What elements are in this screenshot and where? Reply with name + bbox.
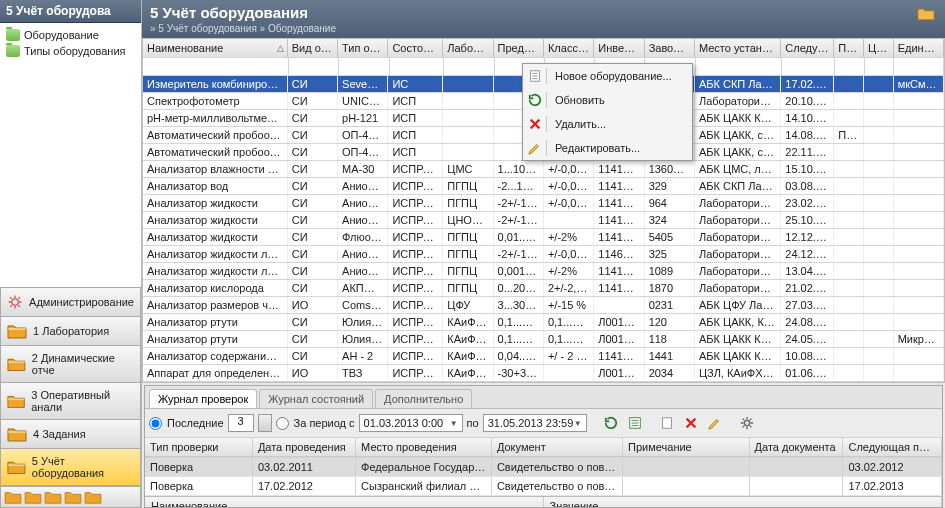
table-row[interactable]: Анализатор жидкостиСИАнион-4151ИСПРАВНОЦ… [143,212,944,229]
cell: КАиФХЛ [443,348,493,364]
cell: Автоматический пробоотборник воздуха [143,127,288,143]
radio-last[interactable]: Последние [149,417,224,430]
filter-cell[interactable] [835,58,864,75]
column-header[interactable]: Наименование△ [143,39,288,57]
filter-cell[interactable] [289,58,339,75]
nav-4[interactable]: 4 Задания [0,419,141,448]
filter-cell[interactable] [143,58,289,75]
journal-column-header[interactable]: Место проведения [356,438,492,456]
column-header[interactable]: Следующая... [781,39,834,57]
ctx-delete[interactable]: Удалить... [523,112,692,136]
nav-1[interactable]: 1 Лаборатория [0,316,141,345]
tab[interactable]: Дополнительно [375,389,472,408]
cell: СИ [288,178,338,194]
cell [864,127,894,143]
nav-5[interactable]: 5 Учёт оборудования [0,448,141,486]
cell: Спектрофотометр [143,93,288,109]
column-header[interactable]: Вид обор... [288,39,338,57]
bottom-col-value: Значение [544,497,943,508]
svg-point-0 [12,299,18,305]
filter-cell[interactable] [444,58,494,75]
journal-column-header[interactable]: Примечание [623,438,750,456]
cell: +/-0,02рН [544,246,594,262]
tab[interactable]: Журнал состояний [259,389,373,408]
radio-period[interactable]: За период с [276,417,355,430]
filter-cell[interactable] [696,58,783,75]
journal-column-header[interactable]: Тип проверки [145,438,253,456]
ctx-file[interactable]: Новое оборудование... [523,64,692,88]
filter-cell[interactable] [865,58,894,75]
table-row[interactable]: Анализатор влажности МА 30СИМА-30ИСПРАВН… [143,161,944,178]
cell: СИ [288,331,338,347]
column-header[interactable]: Инвентар... [594,39,644,57]
nav-3[interactable]: 3 Оперативный анали [0,382,141,419]
cell: 11410741 [594,161,644,177]
filter-cell[interactable] [339,58,389,75]
column-header[interactable]: Цен... [864,39,894,57]
journal-row[interactable]: Поверка03.02.2011Федеральное Государстве… [145,458,942,477]
tree-item-equipment[interactable]: Оборудование [2,27,139,43]
cell: СИ [288,246,338,262]
column-header[interactable]: Состояние [388,39,443,57]
column-header[interactable]: Класс точ... [544,39,594,57]
cell [443,127,493,143]
journal-column-header[interactable]: Следующая проверка [843,438,942,456]
table-row[interactable]: Анализатор ртутиСИЮлия -5КИСПРАВНОКАиФХЛ… [143,314,944,331]
column-header[interactable]: Пог... [834,39,864,57]
table-row[interactable]: Анализатор жидкости лабораторныйСИАнион-… [143,263,944,280]
table-row[interactable]: Анализатор кислородаСИАКПМ-02ТИСПРАВНОПГ… [143,280,944,297]
cell: Лаборатория ПГПЦ ХВО-2 [695,280,781,296]
cell: 15.10.2012 [781,161,834,177]
tree-item-equipment-types[interactable]: Типы оборудования [2,43,139,59]
filter-cell[interactable] [894,58,944,75]
refresh-button[interactable] [601,413,621,433]
table-row[interactable]: Аппарат для определения температуры вс..… [143,365,944,382]
column-header[interactable]: Тип обор... [338,39,388,57]
table-row[interactable]: Анализатор ртутиСИЮлия -5КИСПРАВНОКАиФХЛ… [143,331,944,348]
table-row[interactable]: Анализатор содержания нефтепродуктов...С… [143,348,944,365]
date-to-input[interactable]: 31.05.2013 23:59▼ [483,414,587,432]
ctx-edit[interactable]: Редактировать... [523,136,692,160]
tab[interactable]: Журнал проверок [149,389,257,408]
nav-0[interactable]: Администрирование [0,287,141,316]
filter-cell[interactable] [782,58,835,75]
cell: 0,001+/-1... [494,263,544,279]
nav-label: 1 Лаборатория [33,325,109,337]
journal-row[interactable]: Поверка17.02.2012Сызранский филиал Федер… [145,477,942,496]
column-header[interactable]: Место установки [695,39,781,57]
cell [834,76,864,92]
cell: 21.02.2013 [781,280,834,296]
new-button[interactable] [657,413,677,433]
table-row[interactable]: Анализатор жидкостиСИФлюорат ...ИСПРАВНО… [143,229,944,246]
table-row[interactable]: Анализатор размеров частицИОComsiserИСПР… [143,297,944,314]
journal-column-header[interactable]: Документ [492,438,623,456]
delete-button[interactable] [681,413,701,433]
nav-2[interactable]: 2 Динамические отче [0,345,141,382]
edit-button[interactable] [705,413,725,433]
column-header[interactable]: Единицы ... [894,39,944,57]
export-button[interactable] [625,413,645,433]
ctx-refresh[interactable]: Обновить [523,88,692,112]
column-header[interactable]: Лаборато... [443,39,493,57]
table-row[interactable]: Анализатор жидкостиСИАнион-4155ИСПРАВНОП… [143,195,944,212]
nav-label: 3 Оперативный анали [31,389,134,413]
folder-icon [917,6,935,21]
column-header[interactable]: Заводско... [645,39,695,57]
journal-column-header[interactable]: Дата документа [750,438,844,456]
cell [864,178,894,194]
grid-header-row: Наименование△Вид обор...Тип обор...Состо… [143,39,944,58]
cell: Лаборатория ПГПЦ ХВО-2 [695,246,781,262]
date-from-input[interactable]: 01.03.2013 0:00▼ [359,414,463,432]
cell: 0,1...1,0 -... [544,314,594,330]
nav-panel: Администрирование1 Лаборатория2 Динамиче… [0,287,141,486]
spinner[interactable] [258,414,272,432]
table-row[interactable]: Анализатор водСИАнион 4151ИСПРАВНОПГПЦ-2… [143,178,944,195]
journal-column-header[interactable]: Дата проведения [253,438,356,456]
filter-cell[interactable] [390,58,445,75]
column-header[interactable]: Пределы [494,39,544,57]
table-row[interactable]: Анализатор жидкости лабораторныйСИАнион-… [143,246,944,263]
cell [894,127,944,143]
settings-button[interactable] [737,413,757,433]
cell [443,93,493,109]
last-count-input[interactable]: 3 [228,414,254,432]
